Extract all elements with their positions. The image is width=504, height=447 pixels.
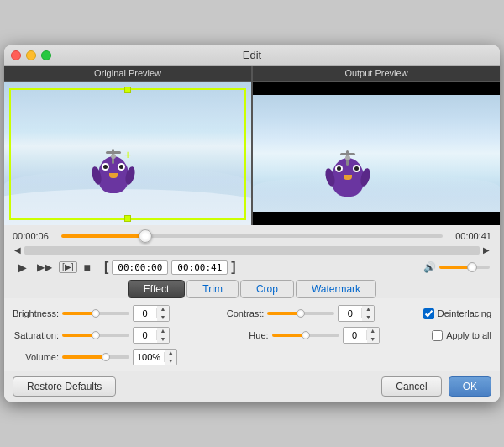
saturation-up[interactable]: ▲ bbox=[157, 327, 169, 335]
contrast-down[interactable]: ▼ bbox=[362, 313, 374, 322]
bracket-close[interactable]: ] bbox=[231, 260, 235, 275]
bottom-bar: Restore Defaults Cancel OK bbox=[4, 371, 500, 402]
params-area: Brightness: 0 ▲ ▼ Contrast: bbox=[4, 305, 500, 365]
contrast-label: Contrast: bbox=[218, 308, 264, 318]
params-row-2: Saturation: 0 ▲ ▼ Hue: bbox=[13, 327, 491, 344]
saturation-down[interactable]: ▼ bbox=[157, 335, 169, 344]
params-row-1: Brightness: 0 ▲ ▼ Contrast: bbox=[13, 305, 491, 322]
tab-watermark[interactable]: Watermark bbox=[296, 280, 376, 298]
output-preview-label: Output Preview bbox=[253, 66, 500, 82]
volume-slider[interactable] bbox=[439, 266, 490, 269]
timeline-slider[interactable] bbox=[61, 230, 443, 242]
output-preview-content bbox=[253, 82, 500, 225]
time-in-box[interactable]: 00:00:00 bbox=[112, 260, 168, 275]
crop-handle-bottom-center[interactable] bbox=[124, 215, 131, 222]
hue-label: Hue: bbox=[223, 330, 269, 340]
volume-stepper[interactable]: ▲ ▼ bbox=[165, 349, 176, 365]
brightness-value: 0 bbox=[134, 308, 157, 318]
maximize-button[interactable] bbox=[41, 50, 51, 60]
cancel-button[interactable]: Cancel bbox=[381, 376, 441, 397]
stop-button[interactable]: ■ bbox=[81, 260, 94, 275]
transport-row: ▶ ▶▶ [▶] ■ [ 00:00:00 00:00:41 ] 🔊 bbox=[13, 260, 491, 275]
saturation-track bbox=[62, 334, 129, 337]
window-title: Edit bbox=[243, 49, 261, 61]
fast-forward-button[interactable]: ▶▶ bbox=[34, 260, 55, 274]
hue-stepper[interactable]: ▲ ▼ bbox=[367, 327, 379, 344]
hue-value: 0 bbox=[344, 330, 367, 340]
saturation-stepper[interactable]: ▲ ▼ bbox=[157, 327, 169, 344]
contrast-thumb[interactable] bbox=[297, 309, 305, 318]
output-black-bar-top bbox=[253, 82, 500, 95]
saturation-group: Saturation: 0 ▲ ▼ bbox=[13, 327, 216, 344]
time-range: [ 00:00:00 00:00:41 ] bbox=[104, 260, 236, 275]
output-character bbox=[332, 158, 364, 197]
right-buttons: Cancel OK bbox=[381, 376, 491, 397]
brightness-label: Brightness: bbox=[13, 308, 59, 318]
contrast-group: Contrast: 0 ▲ ▼ bbox=[218, 305, 416, 322]
hue-track bbox=[272, 334, 339, 337]
brightness-down[interactable]: ▼ bbox=[157, 313, 169, 322]
output-preview-panel: Output Preview bbox=[253, 66, 500, 225]
saturation-value: 0 bbox=[134, 330, 157, 340]
tab-trim[interactable]: Trim bbox=[186, 280, 239, 298]
contrast-track bbox=[267, 312, 334, 315]
hue-group: Hue: 0 ▲ ▼ bbox=[223, 327, 426, 344]
restore-defaults-button[interactable]: Restore Defaults bbox=[13, 376, 116, 397]
contrast-stepper[interactable]: ▲ ▼ bbox=[362, 305, 374, 322]
output-video-frame bbox=[253, 82, 500, 225]
hue-thumb[interactable] bbox=[302, 331, 310, 339]
volume-label: Volume: bbox=[13, 352, 59, 362]
volume-thumb[interactable] bbox=[467, 262, 477, 272]
volume-slider-wrap[interactable] bbox=[62, 355, 129, 359]
timeline-thumb[interactable] bbox=[139, 229, 152, 243]
contrast-value-box: 0 ▲ ▼ bbox=[338, 305, 375, 322]
frame-forward-button[interactable]: [▶] bbox=[59, 261, 77, 273]
contrast-slider[interactable] bbox=[267, 312, 334, 315]
time-out-box[interactable]: 00:00:41 bbox=[171, 260, 228, 275]
contrast-up[interactable]: ▲ bbox=[362, 305, 374, 313]
edit-window: Edit Original Preview bbox=[4, 45, 500, 402]
scrubber-arrow-right[interactable]: ▶ bbox=[483, 245, 490, 255]
brightness-group: Brightness: 0 ▲ ▼ bbox=[13, 305, 211, 322]
minimize-button[interactable] bbox=[26, 50, 36, 60]
volume-group: Volume: 100% ▲ ▼ bbox=[13, 349, 491, 365]
volume-param-thumb[interactable] bbox=[102, 353, 110, 361]
scrubber-arrow-left[interactable]: ◀ bbox=[14, 245, 21, 255]
deinterlacing-checkbox[interactable] bbox=[423, 308, 434, 319]
brightness-stepper[interactable]: ▲ ▼ bbox=[157, 305, 169, 322]
hue-down[interactable]: ▼ bbox=[367, 335, 379, 344]
hue-slider[interactable] bbox=[272, 334, 339, 337]
titlebar: Edit bbox=[4, 45, 500, 66]
play-button[interactable]: ▶ bbox=[14, 260, 30, 275]
scrubber-row: ◀ ▶ bbox=[13, 245, 491, 255]
timeline-start-time: 00:00:06 bbox=[13, 231, 56, 241]
hue-up[interactable]: ▲ bbox=[367, 327, 379, 335]
crop-overlay[interactable]: + bbox=[9, 88, 246, 220]
apply-all-label[interactable]: Apply to all bbox=[446, 330, 491, 340]
saturation-slider[interactable] bbox=[62, 334, 129, 337]
params-row-3: Volume: 100% ▲ ▼ bbox=[13, 349, 491, 365]
volume-down[interactable]: ▼ bbox=[165, 357, 176, 365]
volume-up[interactable]: ▲ bbox=[165, 349, 176, 357]
bracket-open[interactable]: [ bbox=[104, 260, 108, 275]
brightness-thumb[interactable] bbox=[92, 309, 100, 318]
tab-effect[interactable]: Effect bbox=[128, 280, 185, 298]
brightness-up[interactable]: ▲ bbox=[157, 305, 169, 313]
apply-all-checkbox[interactable] bbox=[432, 330, 443, 341]
saturation-thumb[interactable] bbox=[92, 331, 100, 339]
brightness-value-box: 0 ▲ ▼ bbox=[133, 305, 170, 322]
hue-value-box: 0 ▲ ▼ bbox=[343, 327, 380, 344]
close-button[interactable] bbox=[11, 50, 21, 60]
scrubber-bar[interactable] bbox=[24, 246, 480, 255]
brightness-slider[interactable] bbox=[62, 312, 129, 315]
volume-area: 🔊 bbox=[423, 261, 490, 273]
tab-crop[interactable]: Crop bbox=[240, 280, 294, 298]
timeline-track bbox=[61, 234, 443, 238]
ok-button[interactable]: OK bbox=[449, 376, 491, 397]
crop-handle-top-center[interactable] bbox=[124, 87, 131, 93]
deinterlacing-label[interactable]: Deinterlacing bbox=[438, 308, 491, 318]
original-preview-label: Original Preview bbox=[4, 66, 251, 82]
timeline-end-time: 00:00:41 bbox=[448, 231, 491, 241]
deinterlacing-area: Deinterlacing bbox=[423, 308, 491, 319]
apply-all-area: Apply to all bbox=[432, 330, 491, 341]
